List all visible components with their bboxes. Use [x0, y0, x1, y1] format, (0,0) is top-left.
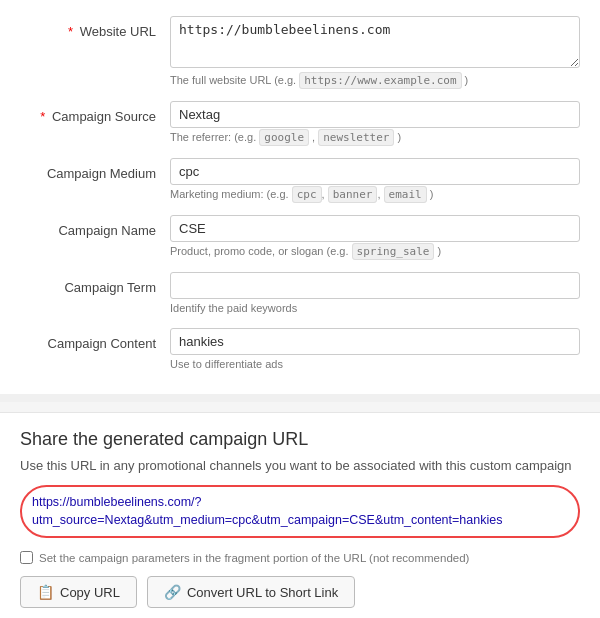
convert-url-label: Convert URL to Short Link [187, 585, 338, 600]
campaign-medium-label: Campaign Medium [20, 158, 170, 181]
campaign-content-row: Campaign Content Use to differentiate ad… [20, 328, 580, 380]
campaign-source-input[interactable] [170, 101, 580, 128]
share-description: Use this URL in any promotional channels… [20, 458, 580, 473]
campaign-name-row: Campaign Name Product, promo code, or sl… [20, 215, 580, 268]
campaign-term-hint: Identify the paid keywords [170, 302, 580, 314]
campaign-content-input-col: Use to differentiate ads [170, 328, 580, 380]
generated-url-output[interactable]: https://bumblebeelinens.com/?utm_source=… [20, 485, 580, 538]
campaign-term-label: Campaign Term [20, 272, 170, 295]
campaign-name-label: Campaign Name [20, 215, 170, 238]
required-star-2: * [40, 109, 45, 124]
campaign-content-hint: Use to differentiate ads [170, 358, 580, 370]
copy-url-button[interactable]: 📋 Copy URL [20, 576, 137, 608]
generated-url-wrapper: https://bumblebeelinens.com/?utm_source=… [20, 485, 580, 541]
campaign-source-row: * Campaign Source The referrer: (e.g. go… [20, 101, 580, 154]
website-url-textarea[interactable]: https://bumblebeelinens.com [170, 16, 580, 68]
share-title: Share the generated campaign URL [20, 429, 580, 450]
share-section: Share the generated campaign URL Use thi… [0, 412, 600, 618]
campaign-name-input-col: Product, promo code, or slogan (e.g. spr… [170, 215, 580, 268]
copy-icon: 📋 [37, 584, 54, 600]
campaign-name-hint: Product, promo code, or slogan (e.g. spr… [170, 245, 580, 258]
link-icon: 🔗 [164, 584, 181, 600]
campaign-medium-input-col: Marketing medium: (e.g. cpc, banner, ema… [170, 158, 580, 211]
campaign-medium-input[interactable] [170, 158, 580, 185]
fragment-checkbox-label[interactable]: Set the campaign parameters in the fragm… [39, 552, 469, 564]
fragment-checkbox[interactable] [20, 551, 33, 564]
campaign-term-input-col: Identify the paid keywords [170, 272, 580, 324]
campaign-term-row: Campaign Term Identify the paid keywords [20, 272, 580, 324]
website-url-row: * Website URL https://bumblebeelinens.co… [20, 16, 580, 97]
website-url-label: * Website URL [20, 16, 170, 39]
action-buttons: 📋 Copy URL 🔗 Convert URL to Short Link [20, 576, 580, 608]
website-url-hint: The full website URL (e.g. https://www.e… [170, 74, 580, 87]
website-url-input-col: https://bumblebeelinens.com The full web… [170, 16, 580, 97]
campaign-term-input[interactable] [170, 272, 580, 299]
required-star: * [68, 24, 73, 39]
campaign-content-input[interactable] [170, 328, 580, 355]
campaign-name-input[interactable] [170, 215, 580, 242]
campaign-content-label: Campaign Content [20, 328, 170, 351]
copy-url-label: Copy URL [60, 585, 120, 600]
campaign-source-input-col: The referrer: (e.g. google , newsletter … [170, 101, 580, 154]
section-divider [0, 394, 600, 402]
convert-url-button[interactable]: 🔗 Convert URL to Short Link [147, 576, 355, 608]
campaign-medium-hint: Marketing medium: (e.g. cpc, banner, ema… [170, 188, 580, 201]
campaign-medium-row: Campaign Medium Marketing medium: (e.g. … [20, 158, 580, 211]
campaign-source-hint: The referrer: (e.g. google , newsletter … [170, 131, 580, 144]
form-section: * Website URL https://bumblebeelinens.co… [0, 0, 600, 394]
fragment-checkbox-row: Set the campaign parameters in the fragm… [20, 551, 580, 564]
campaign-source-label: * Campaign Source [20, 101, 170, 124]
